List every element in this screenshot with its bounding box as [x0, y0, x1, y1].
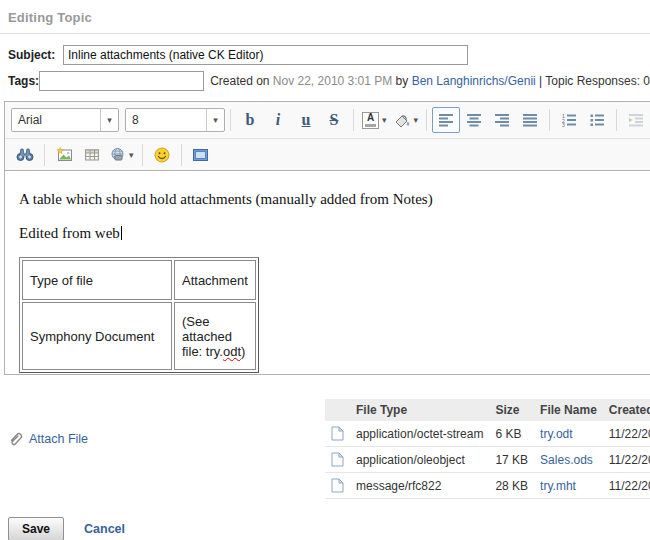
document-icon — [331, 452, 344, 467]
table-cell[interactable]: Type of file — [22, 260, 172, 300]
header-icon-col — [325, 399, 350, 421]
underline-button[interactable]: u — [292, 107, 320, 133]
file-size-cell: 6 KB — [489, 421, 534, 447]
editor-paragraph: A table which should hold attachments (m… — [19, 191, 650, 208]
subject-label: Subject: — [8, 48, 63, 62]
bold-button[interactable]: b — [236, 107, 264, 133]
toolbar-separator — [142, 144, 143, 166]
file-cell — [325, 421, 350, 447]
table-row: Symphony Document (See attached file: tr… — [22, 302, 256, 370]
insert-table-button[interactable] — [78, 142, 106, 168]
meta-separator: | — [539, 74, 542, 88]
image-icon — [56, 147, 73, 162]
form-actions: Save Cancel — [0, 517, 650, 540]
text-color-button[interactable]: A ▾ — [359, 112, 390, 129]
header-file-name: File Name — [534, 399, 603, 421]
editor-paragraph: Edited from web — [19, 225, 650, 242]
topic-meta: Created on Nov 22, 2010 3:01 PM by Ben L… — [210, 74, 650, 88]
file-name-cell: try.odt — [534, 421, 603, 447]
subject-input[interactable] — [63, 45, 468, 65]
table-cell[interactable]: Symphony Document — [22, 302, 172, 370]
font-size-select[interactable]: 8 ▾ — [125, 108, 225, 132]
misspelled-word: odt — [223, 344, 241, 359]
background-color-button[interactable]: ▾ — [390, 112, 422, 128]
attach-file-link[interactable]: Attach File — [8, 431, 88, 447]
file-created-cell: 11/22/2010 — [603, 421, 650, 447]
ordered-list-button[interactable]: 123 — [555, 107, 583, 133]
file-link[interactable]: try.odt — [540, 427, 572, 441]
insert-image-button[interactable] — [50, 142, 78, 168]
topic-responses: Topic Responses: 0 — [545, 74, 650, 88]
attachment-row: message/rfc822 28 KB try.mht 11/22/2010 — [325, 473, 650, 499]
chevron-down-icon: ▾ — [129, 150, 134, 160]
strikethrough-button[interactable]: S — [320, 107, 348, 133]
align-right-button[interactable] — [488, 107, 516, 133]
ordered-list-icon: 123 — [561, 113, 577, 127]
toolbar-separator — [181, 144, 182, 166]
editor-toolbar-row2: ▾ — [5, 138, 650, 170]
align-center-icon — [466, 113, 482, 127]
text-caret — [121, 226, 122, 240]
font-size-value: 8 — [126, 109, 206, 131]
indent-button[interactable] — [622, 107, 650, 133]
bullet-list-button[interactable] — [583, 107, 611, 133]
file-link[interactable]: try.mht — [540, 479, 576, 493]
toolbar-separator — [44, 144, 45, 166]
svg-text:3: 3 — [562, 122, 565, 127]
chevron-down-icon: ▾ — [382, 115, 387, 125]
header-created: Created — [603, 399, 650, 421]
font-family-select[interactable]: Arial ▾ — [11, 108, 119, 132]
file-name-cell: try.mht — [534, 473, 603, 499]
file-created-cell: 11/22/2010 — [603, 473, 650, 499]
table-cell[interactable]: Attachment — [174, 260, 256, 300]
strikethrough-icon: S — [330, 112, 339, 128]
document-icon — [331, 478, 344, 493]
italic-button[interactable]: i — [264, 107, 292, 133]
rich-text-editor: Arial ▾ 8 ▾ b i u S A ▾ ▾ — [4, 101, 650, 375]
page-title: Editing Topic — [8, 10, 642, 25]
insert-link-button[interactable]: ▾ — [106, 147, 137, 162]
table-cell[interactable]: (See attached file: try.odt) — [174, 302, 256, 370]
attach-file-label: Attach File — [29, 432, 88, 446]
file-link[interactable]: Sales.ods — [540, 453, 593, 467]
file-cell — [325, 447, 350, 473]
tags-input[interactable] — [39, 71, 204, 91]
maximize-icon — [192, 148, 209, 162]
text-color-icon: A — [362, 112, 379, 129]
align-left-icon — [438, 113, 454, 127]
align-right-icon — [494, 113, 510, 127]
italic-icon: i — [276, 112, 280, 128]
file-type-cell: application/oleobject — [350, 447, 489, 473]
bold-icon: b — [246, 112, 255, 128]
tags-label: Tags: — [8, 74, 39, 88]
file-created-cell: 11/22/2010 — [603, 447, 650, 473]
paperclip-icon — [8, 431, 24, 447]
tags-row: Tags: Created on Nov 22, 2010 3:01 PM by… — [8, 71, 650, 91]
toolbar-separator — [353, 109, 354, 131]
justify-button[interactable] — [516, 107, 544, 133]
find-button[interactable] — [11, 142, 39, 168]
save-button[interactable]: Save — [8, 517, 64, 540]
topic-form: Subject: Tags: Created on Nov 22, 2010 3… — [0, 34, 650, 91]
align-center-button[interactable] — [460, 107, 488, 133]
toolbar-separator — [549, 109, 550, 131]
maximize-button[interactable] — [187, 142, 215, 168]
attachments-section: Attach File File Type Size File Name Cre… — [0, 399, 650, 511]
author-link[interactable]: Ben Langhinrichs/Genii — [412, 74, 536, 88]
cancel-link[interactable]: Cancel — [84, 522, 125, 536]
file-name-cell: Sales.ods — [534, 447, 603, 473]
smiley-button[interactable] — [148, 142, 176, 168]
editor-content-area[interactable]: A table which should hold attachments (m… — [5, 170, 650, 374]
created-prefix: Created on — [210, 74, 269, 88]
attachment-row: application/octet-stream 6 KB try.odt 11… — [325, 421, 650, 447]
editor-embedded-table: Type of file Attachment Symphony Documen… — [19, 257, 259, 373]
by-word: by — [396, 74, 409, 88]
font-family-value: Arial — [12, 109, 100, 131]
subject-row: Subject: — [8, 45, 650, 65]
file-cell — [325, 473, 350, 499]
attachments-table: File Type Size File Name Created applica… — [325, 399, 650, 499]
created-date: Nov 22, 2010 3:01 PM — [273, 74, 392, 88]
toolbar-separator — [230, 109, 231, 131]
align-left-button[interactable] — [432, 107, 460, 133]
table-icon — [84, 148, 100, 162]
